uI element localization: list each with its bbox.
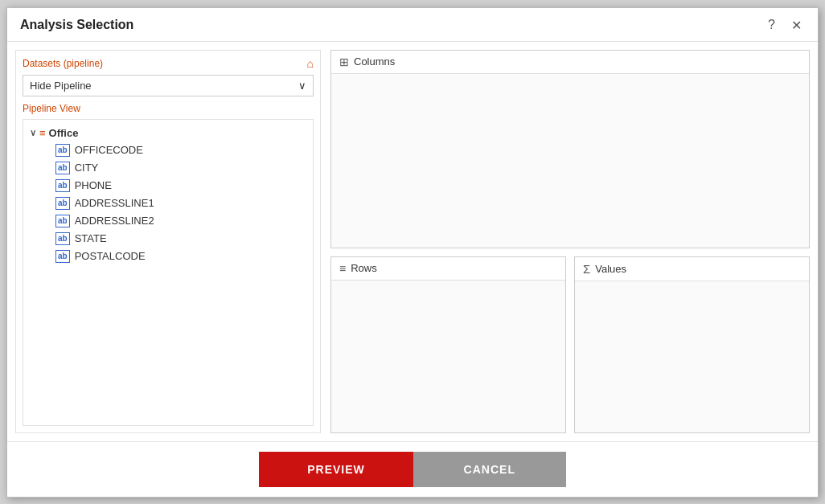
tree-item-city[interactable]: ab CITY xyxy=(52,159,308,177)
expand-icon: ∨ xyxy=(30,128,36,138)
col-type-icon: ab xyxy=(55,232,70,245)
chevron-down-icon: ∨ xyxy=(298,80,306,92)
tree-item-label: OFFICECODE xyxy=(75,144,143,156)
col-type-icon: ab xyxy=(55,215,70,227)
columns-label: Columns xyxy=(354,55,395,68)
tree-children: ab OFFICECODE ab CITY ab PHONE xyxy=(52,141,308,265)
dialog-body: Datasets (pipeline) ⌂ Hide Pipeline ∨ Pi… xyxy=(7,42,818,441)
tree-item-label: ADDRESSLINE1 xyxy=(75,197,154,209)
rows-body xyxy=(331,281,565,432)
tree-item-label: STATE xyxy=(75,232,107,244)
rows-header: ≡ Rows xyxy=(331,257,565,281)
tree-parent-office[interactable]: ∨ ≡ Office xyxy=(28,125,308,141)
dropdown-value: Hide Pipeline xyxy=(30,80,92,92)
values-drop-zone[interactable]: Σ Values xyxy=(574,256,810,433)
tree-item-label: PHONE xyxy=(75,179,112,191)
columns-header: ⊞ Columns xyxy=(331,51,809,74)
datasets-label: Datasets (pipeline) ⌂ xyxy=(23,57,314,70)
values-body xyxy=(575,281,809,432)
left-panel: Datasets (pipeline) ⌂ Hide Pipeline ∨ Pi… xyxy=(15,50,321,433)
columns-body xyxy=(331,74,809,248)
rows-icon: ≡ xyxy=(339,262,346,275)
pipeline-label: Pipeline View xyxy=(23,103,314,114)
tree-item-addressline2[interactable]: ab ADDRESSLINE2 xyxy=(52,212,308,230)
col-type-icon: ab xyxy=(55,250,70,263)
tree-item-label: CITY xyxy=(75,162,99,174)
tree-item-postalcode[interactable]: ab POSTALCODE xyxy=(52,248,308,265)
col-type-icon: ab xyxy=(55,162,70,174)
dialog-title: Analysis Selection xyxy=(20,18,133,32)
col-type-icon: ab xyxy=(55,179,70,192)
values-label: Values xyxy=(595,263,626,275)
home-icon[interactable]: ⌂ xyxy=(307,57,314,70)
cancel-button[interactable]: CANCEL xyxy=(413,452,566,487)
table-icon: ≡ xyxy=(39,127,46,139)
rows-label: Rows xyxy=(351,262,377,274)
values-header: Σ Values xyxy=(575,257,809,281)
tree-item-label: ADDRESSLINE2 xyxy=(75,215,154,227)
analysis-selection-dialog: Analysis Selection ? ✕ Datasets (pipelin… xyxy=(6,7,819,498)
tree-item-officecode[interactable]: ab OFFICECODE xyxy=(52,141,308,159)
rows-drop-zone[interactable]: ≡ Rows xyxy=(330,256,566,433)
dialog-footer: PREVIEW CANCEL xyxy=(7,441,818,497)
pipeline-tree: ∨ ≡ Office ab OFFICECODE ab CITY xyxy=(23,119,314,426)
tree-item-phone[interactable]: ab PHONE xyxy=(52,177,308,195)
help-button[interactable]: ? xyxy=(765,16,778,34)
col-type-icon: ab xyxy=(55,197,70,210)
tree-parent-label: Office xyxy=(49,127,79,139)
right-panel: ⊞ Columns ≡ Rows xyxy=(330,50,810,433)
columns-icon: ⊞ xyxy=(339,55,349,68)
close-button[interactable]: ✕ xyxy=(788,16,805,35)
col-type-icon: ab xyxy=(55,144,70,157)
pipeline-dropdown[interactable]: Hide Pipeline ∨ xyxy=(23,75,314,96)
tree-root: ∨ ≡ Office ab OFFICECODE ab CITY xyxy=(28,125,308,265)
header-icons: ? ✕ xyxy=(765,16,805,35)
columns-drop-zone[interactable]: ⊞ Columns xyxy=(330,50,810,248)
tree-item-addressline1[interactable]: ab ADDRESSLINE1 xyxy=(52,195,308,212)
tree-item-state[interactable]: ab STATE xyxy=(52,230,308,248)
dialog-header: Analysis Selection ? ✕ xyxy=(7,8,818,42)
bottom-drop-zones: ≡ Rows Σ Values xyxy=(330,256,810,433)
preview-button[interactable]: PREVIEW xyxy=(259,452,413,487)
tree-item-label: POSTALCODE xyxy=(75,250,146,262)
values-icon: Σ xyxy=(583,262,590,276)
